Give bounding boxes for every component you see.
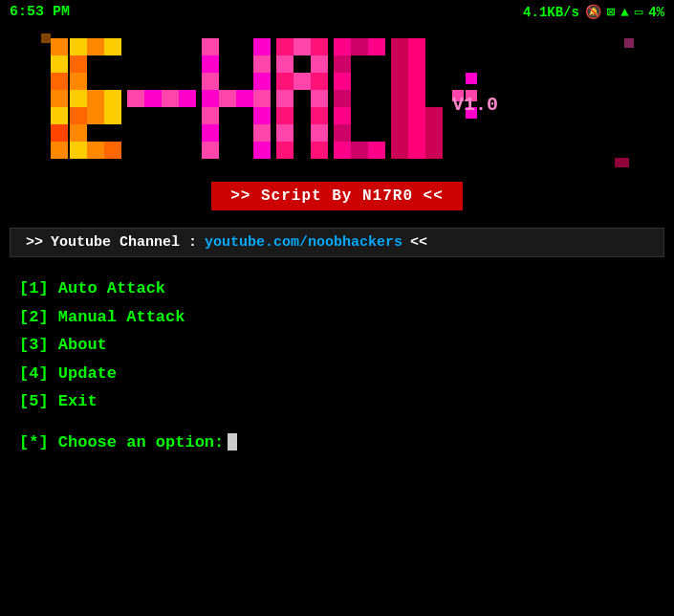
svg-rect-0 [51,38,68,55]
menu-item-3[interactable]: [3] About [19,333,664,358]
menu-container: [1] Auto Attack [2] Manual Attack [3] Ab… [10,276,664,414]
svg-rect-60 [368,38,385,55]
svg-rect-38 [253,90,271,107]
svg-rect-42 [276,38,294,55]
svg-rect-35 [253,38,271,55]
logo-container: V1.0 [0,33,674,172]
svg-rect-20 [87,142,104,159]
svg-rect-61 [334,55,351,73]
svg-rect-66 [334,142,351,159]
time-display: 6:53 PM [10,4,70,20]
svg-rect-87 [466,73,477,84]
svg-rect-81 [408,124,425,142]
status-bar: 6:53 PM 4.1KB/s 🔕 ⊠ ▲ ▭ 4% [0,0,674,24]
youtube-suffix: << [410,234,427,251]
svg-rect-41 [253,142,271,159]
svg-rect-74 [408,73,425,90]
svg-rect-34 [202,142,219,159]
svg-rect-22 [127,90,144,107]
speed-display: 4.1KB/s [523,5,579,20]
svg-rect-21 [104,142,121,159]
svg-rect-12 [70,90,87,107]
prompt-container: [*] Choose an option: [10,433,664,451]
svg-rect-67 [351,142,368,159]
svg-rect-91 [41,33,51,43]
svg-rect-59 [351,38,368,55]
menu-item-2-label: Manual Attack [58,308,185,326]
youtube-prefix: >> [26,234,43,251]
svg-rect-6 [51,142,68,159]
content-wrapper: >> Script By N17R0 << >> Youtube Channel… [0,182,674,451]
svg-rect-43 [294,38,311,55]
prompt-label: [*] Choose an option: [19,433,224,451]
menu-item-1-label: Auto Attack [58,279,165,297]
svg-rect-36 [253,55,271,73]
cursor-block [228,433,237,451]
svg-rect-4 [51,107,68,124]
svg-rect-2 [51,73,68,90]
menu-item-4[interactable]: [4] Update [19,362,664,386]
svg-rect-72 [408,55,425,73]
svg-rect-1 [51,55,68,73]
menu-item-5[interactable]: [5] Exit [19,389,664,414]
svg-rect-85 [425,142,443,159]
svg-text:V1.0: V1.0 [452,94,498,116]
battery-icon: ▭ [635,4,642,20]
svg-rect-55 [311,124,328,142]
menu-item-2[interactable]: [2] Manual Attack [19,305,664,330]
svg-rect-80 [391,124,408,142]
bell-mute-icon: 🔕 [585,4,601,20]
svg-rect-30 [219,90,236,107]
svg-rect-64 [334,107,351,124]
svg-rect-33 [202,124,219,142]
svg-rect-14 [104,90,121,107]
svg-rect-76 [408,90,425,107]
svg-rect-47 [276,73,294,90]
svg-rect-68 [368,142,385,159]
svg-rect-39 [253,107,271,124]
youtube-label: Youtube Channel : [51,234,197,251]
svg-rect-79 [425,107,443,124]
svg-rect-7 [70,38,87,55]
menu-item-5-label: Exit [58,392,98,410]
youtube-banner: >> Youtube Channel : youtube.com/noobhac… [10,228,664,257]
svg-rect-8 [87,38,104,55]
youtube-link: youtube.com/noobhackers [205,234,402,251]
svg-rect-15 [70,107,87,124]
svg-rect-48 [294,73,311,90]
svg-rect-29 [202,90,219,107]
svg-rect-18 [70,124,87,142]
svg-rect-17 [104,107,121,124]
svg-rect-71 [391,55,408,73]
svg-rect-10 [70,55,87,73]
svg-rect-11 [70,73,87,90]
svg-rect-5 [51,124,68,142]
svg-rect-49 [311,73,328,90]
svg-rect-27 [202,55,219,73]
menu-item-3-label: About [58,336,107,354]
svg-rect-16 [87,107,104,124]
svg-rect-3 [51,90,68,107]
svg-rect-31 [236,90,253,107]
svg-rect-45 [276,55,294,73]
svg-rect-40 [253,124,271,142]
svg-rect-13 [87,90,104,107]
status-icons: 4.1KB/s 🔕 ⊠ ▲ ▭ 4% [523,4,664,20]
menu-item-1[interactable]: [1] Auto Attack [19,276,664,301]
svg-rect-44 [311,38,328,55]
svg-rect-63 [334,90,351,107]
svg-rect-77 [391,107,408,124]
svg-rect-51 [311,90,328,107]
svg-rect-93 [624,38,634,48]
svg-rect-69 [391,38,408,55]
svg-rect-65 [334,124,351,142]
svg-rect-46 [311,55,328,73]
menu-item-4-label: Update [58,364,117,383]
svg-rect-53 [311,107,328,124]
svg-rect-57 [311,142,328,159]
svg-rect-58 [334,38,351,55]
svg-rect-75 [391,90,408,107]
svg-rect-28 [202,73,219,90]
logo-svg: V1.0 [41,33,634,172]
svg-rect-82 [425,124,443,142]
